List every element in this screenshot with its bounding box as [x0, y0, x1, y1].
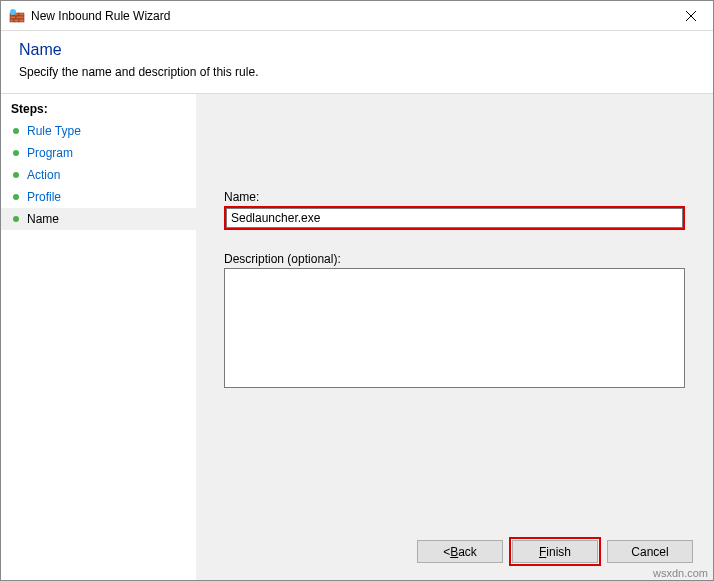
step-label: Rule Type [27, 124, 81, 138]
description-input[interactable] [224, 268, 685, 388]
step-action[interactable]: Action [1, 164, 196, 186]
step-bullet-icon [13, 128, 19, 134]
page-title: Name [19, 41, 695, 59]
svg-rect-3 [19, 13, 24, 16]
name-input[interactable] [226, 208, 683, 228]
step-rule-type[interactable]: Rule Type [1, 120, 196, 142]
step-program[interactable]: Program [1, 142, 196, 164]
close-button[interactable] [668, 1, 713, 30]
window-title: New Inbound Rule Wizard [31, 9, 668, 23]
cancel-button[interactable]: Cancel [607, 540, 693, 563]
watermark: wsxdn.com [653, 567, 708, 579]
finish-button-highlight: Finish [509, 537, 601, 566]
wizard-body: Steps: Rule Type Program Action Profile … [1, 93, 713, 580]
firewall-icon [9, 8, 25, 24]
content-panel: Name: Description (optional): < Back Fin… [196, 94, 713, 580]
step-label: Program [27, 146, 73, 160]
svg-rect-6 [10, 19, 14, 22]
description-label: Description (optional): [224, 252, 685, 266]
svg-rect-5 [16, 16, 24, 19]
svg-rect-4 [10, 16, 16, 19]
titlebar: New Inbound Rule Wizard [1, 1, 713, 31]
svg-point-9 [10, 9, 16, 15]
svg-rect-7 [14, 19, 19, 22]
finish-button[interactable]: Finish [512, 540, 598, 563]
steps-sidebar: Steps: Rule Type Program Action Profile … [1, 94, 196, 580]
step-bullet-icon [13, 150, 19, 156]
wizard-header: Name Specify the name and description of… [1, 31, 713, 93]
step-name[interactable]: Name [1, 208, 196, 230]
step-profile[interactable]: Profile [1, 186, 196, 208]
step-label: Action [27, 168, 60, 182]
step-label: Profile [27, 190, 61, 204]
button-row: < Back Finish Cancel [417, 537, 693, 566]
step-bullet-icon [13, 216, 19, 222]
close-icon [686, 11, 696, 21]
steps-heading: Steps: [1, 100, 196, 120]
wizard-window: New Inbound Rule Wizard Name Specify the… [0, 0, 714, 581]
name-label: Name: [224, 190, 685, 204]
step-bullet-icon [13, 194, 19, 200]
step-label: Name [27, 212, 59, 226]
name-input-highlight [224, 206, 685, 230]
page-subtitle: Specify the name and description of this… [19, 65, 695, 79]
svg-rect-8 [19, 19, 24, 22]
step-bullet-icon [13, 172, 19, 178]
back-button[interactable]: < Back [417, 540, 503, 563]
